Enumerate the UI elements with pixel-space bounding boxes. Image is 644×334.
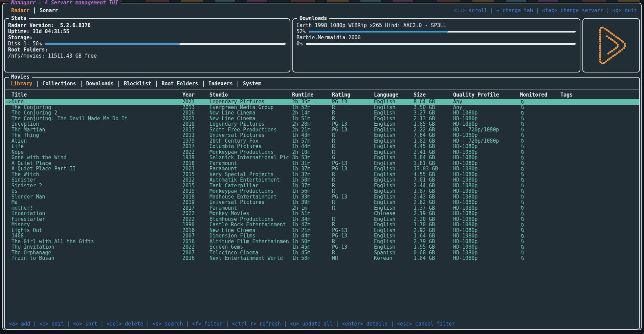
col-size: Size: [414, 92, 453, 98]
table-row[interactable]: => The Thing 2011 Universal Pictures 1h …: [5, 132, 639, 138]
table-row[interactable]: => A Quiet Place 2018 Paramount 1h 31m P…: [5, 161, 639, 166]
movie-language: English: [374, 228, 414, 233]
table-row[interactable]: => The Conjuring: The Devil Made Me Do I…: [5, 116, 639, 122]
table-row[interactable]: => Sinister 2012 Automatik Entertainment…: [5, 177, 639, 183]
movie-title: Life: [12, 144, 182, 149]
movie-title: The Conjuring: The Devil Made Me Do It: [12, 116, 182, 122]
movie-runtime: 1h 21m: [292, 228, 332, 233]
table-row[interactable]: => The Conjuring 2013 Evergreen Media Gr…: [5, 105, 639, 110]
movie-quality-profile: HD-1080p: [453, 116, 520, 122]
movie-title: Slender Man: [12, 194, 182, 200]
movie-runtime: 2h 28m: [292, 121, 332, 127]
movie-year: 2019: [182, 200, 209, 205]
table-row[interactable]: => A Quiet Place Part II 2021 Paramount …: [5, 166, 639, 172]
monitored-cell: [520, 245, 560, 249]
movie-language: Spanish: [374, 250, 414, 256]
movie-language: English: [374, 138, 414, 144]
table-row[interactable]: => Us 2019 Monkeypaw Productions 1h 56m …: [5, 188, 639, 194]
table-row[interactable]: => Inception 2010 Legendary Pictures 2h …: [5, 121, 639, 127]
movies-tab[interactable]: Root Folders: [156, 81, 203, 87]
movie-rating: PG-13: [332, 99, 374, 105]
servarr-tab[interactable]: Sonarr: [34, 7, 63, 14]
movie-runtime: 1h 45m: [292, 244, 332, 250]
movie-rating: PG-13: [332, 161, 374, 166]
table-row[interactable]: => Alien 1979 20th Century Fox 1h 57m R …: [5, 138, 639, 144]
movies-tab[interactable]: Collections: [37, 81, 81, 87]
movie-language: English: [374, 149, 414, 155]
movie-runtime: 2h 10m: [292, 149, 332, 155]
movie-runtime: 1h 44m: [292, 144, 332, 149]
table-row[interactable]: => mother! 2017 Paramount 2h 1m R Englis…: [5, 205, 639, 211]
movie-studio: Blumhouse Productions: [209, 216, 292, 222]
tag-icon: [520, 239, 525, 244]
movie-studio: Telecinco Cinema: [209, 250, 292, 256]
table-row[interactable]: => Sinister 2 2015 Tank Caterpillar 1h 3…: [5, 183, 639, 189]
table-row[interactable]: => Gone with the Wind 1939 Selznick Inte…: [5, 155, 639, 161]
table-row[interactable]: => The Invitation 2022 Screen Gems 1h 45…: [5, 244, 639, 250]
movie-studio: Evergreen Media Group: [209, 105, 292, 110]
movies-tab[interactable]: Library: [6, 81, 37, 87]
movies-tab[interactable]: Downloads: [81, 81, 118, 87]
movie-size: 4.45 GB: [414, 144, 453, 149]
movie-quality-profile: HD-1080p: [453, 166, 520, 172]
table-row[interactable]: => Firestarter 2022 Blumhouse Production…: [5, 216, 639, 222]
table-row[interactable]: => Dune 2021 Legendary Pictures 2h 35m P…: [5, 99, 639, 105]
movies-tab[interactable]: System: [238, 81, 266, 87]
movie-language: English: [374, 222, 414, 228]
tag-icon: [520, 256, 525, 260]
monitored-cell: [520, 217, 560, 221]
movie-title: The Orphanage: [12, 250, 182, 256]
monitored-cell: [520, 172, 560, 176]
table-row[interactable]: => The Conjuring 2 2016 New Line Cinema …: [5, 110, 639, 116]
movie-quality-profile: HD - 720p/1080p: [453, 138, 520, 144]
movie-rating: R: [332, 116, 374, 122]
movie-year: 2018: [182, 161, 209, 166]
movie-year: 2016: [182, 255, 209, 261]
servarr-tab[interactable]: Radarr: [6, 7, 34, 14]
monitored-cell: [520, 194, 560, 199]
table-row[interactable]: => Slender Man 2018 Madhouse Entertainme…: [5, 194, 639, 200]
movie-year: 2021: [182, 99, 209, 105]
monitored-cell: [520, 133, 560, 138]
movie-title: Incantation: [12, 211, 182, 216]
table-row[interactable]: => The Orphanage 2007 Telecinco Cinema 1…: [5, 250, 639, 256]
table-row[interactable]: => The Martian 2015 Scott Free Productio…: [5, 127, 639, 133]
radarr-version: Radarr Version: 5.2.6.8376: [8, 22, 286, 28]
movies-tab[interactable]: Blocklist: [118, 81, 156, 87]
movie-quality-profile: Any: [453, 99, 520, 105]
table-row[interactable]: => 1408 2007 Dimension Films 1h 44m PG-1…: [5, 233, 639, 239]
movie-size: 7.01 GB: [414, 177, 453, 183]
table-row[interactable]: => The Witch 2015 Very Special Projects …: [5, 172, 639, 178]
movie-studio: Next Entertainment World: [209, 255, 292, 261]
monitored-cell: [520, 200, 560, 205]
table-row[interactable]: => Life 2017 Columbia Pictures 1h 44m R …: [5, 144, 639, 149]
movie-rating: R: [332, 200, 374, 205]
table-row[interactable]: => Misery 1990 Castle Rock Entertainment…: [5, 222, 639, 228]
table-row[interactable]: => Nope 2022 Monkeypaw Productions 2h 10…: [5, 149, 639, 155]
movies-tab[interactable]: Indexers: [203, 81, 238, 87]
radarr-logo: [592, 23, 631, 68]
movie-rating: NR: [332, 255, 374, 261]
movie-size: 7.64 GB: [414, 132, 453, 138]
download-item[interactable]: Earth 1998 1080p WEBRip x265 Hindi AAC2.…: [296, 22, 576, 35]
movie-year: 2016: [182, 110, 209, 116]
monitored-cell: [520, 211, 560, 216]
movie-title: The Girl with All the Gifts: [12, 239, 182, 245]
table-row[interactable]: => Lights Out 2016 New Line Cinema 1h 21…: [5, 228, 639, 233]
movie-studio: Legendary Pictures: [209, 99, 292, 105]
download-item[interactable]: Barbie.Mermaidia.2006 0%: [296, 35, 576, 47]
movie-studio: Columbia Pictures: [209, 144, 292, 149]
table-header-row: Title Year Studio Runtime Rating Languag…: [5, 92, 639, 98]
movie-rating: R: [332, 216, 374, 222]
movie-rating: R: [332, 138, 374, 144]
root-folder-value: /nfs/movies: 11511.43 GB free: [8, 53, 286, 59]
movie-size: 2.62 GB: [414, 200, 453, 205]
movie-title: mother!: [12, 205, 182, 211]
table-row[interactable]: => Ma 2019 Universal Pictures 1h 39m R E…: [5, 200, 639, 205]
monitored-cell: [520, 256, 560, 260]
table-row[interactable]: => Train to Busan 2016 Next Entertainmen…: [5, 255, 639, 261]
table-row[interactable]: => Incantation 2022 Monkey Movies 1h 51m…: [5, 211, 639, 216]
table-row[interactable]: => The Girl with All the Gifts 2016 Alti…: [5, 239, 639, 245]
movie-size: 13.03 GB: [414, 166, 453, 172]
monitored-cell: [520, 183, 560, 188]
